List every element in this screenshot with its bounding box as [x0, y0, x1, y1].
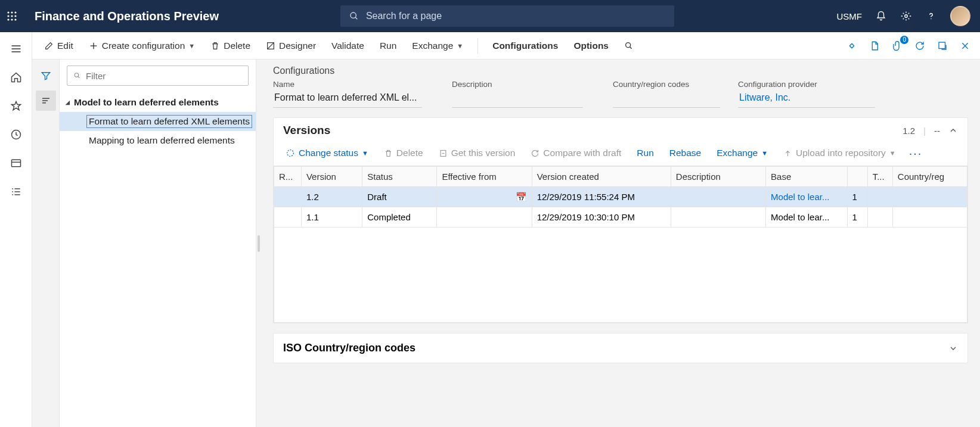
star-icon[interactable]	[8, 98, 24, 114]
cell[interactable]	[671, 187, 765, 207]
tree-item-label: Mapping to learn deferred elements	[87, 135, 237, 147]
change-status-button[interactable]: Change status ▼	[283, 145, 371, 161]
refresh-icon[interactable]	[913, 39, 926, 52]
run-button[interactable]: Run	[374, 37, 402, 55]
cell[interactable]: Draft	[362, 187, 437, 207]
cell[interactable]: 1	[847, 207, 867, 227]
app-launcher-icon[interactable]	[6, 10, 18, 22]
validate-button[interactable]: Validate	[325, 37, 370, 55]
popout-icon[interactable]	[936, 39, 949, 52]
chevron-up-icon[interactable]	[948, 126, 958, 135]
cell-effective[interactable]	[437, 207, 532, 227]
upload-repo-button[interactable]: Upload into repository ▼	[781, 145, 898, 161]
table-row[interactable]: 1.1Completed12/29/2019 10:30:10 PMModel …	[274, 207, 967, 227]
designer-button[interactable]: Designer	[260, 37, 322, 55]
edit-label: Edit	[57, 40, 73, 51]
help-icon[interactable]	[925, 10, 937, 22]
options-tab[interactable]: Options	[567, 37, 615, 55]
column-header[interactable]: T...	[867, 167, 892, 187]
description-value[interactable]	[452, 90, 583, 108]
tree-filter-input[interactable]	[86, 71, 242, 81]
country-value[interactable]	[613, 90, 720, 108]
funnel-icon[interactable]	[36, 66, 56, 86]
global-search-input[interactable]	[366, 11, 666, 21]
recent-icon[interactable]	[8, 126, 24, 143]
bell-icon[interactable]	[875, 10, 887, 22]
attachments-button[interactable]	[891, 39, 904, 52]
rebase-button[interactable]: Rebase	[667, 145, 703, 161]
cell-base[interactable]: Model to lear...	[766, 187, 848, 207]
action-search-button[interactable]	[618, 38, 640, 54]
action-bar: Edit Create configuration ▼ Delete Desig…	[32, 32, 980, 60]
list-toggle-icon[interactable]	[36, 91, 56, 111]
app-title: Finance and Operations Preview	[25, 10, 219, 23]
tree-root[interactable]: ◢ Model to learn deferred elements	[60, 93, 256, 112]
configurations-tab[interactable]: Configurations	[486, 37, 564, 55]
delete-button[interactable]: Delete	[204, 37, 256, 55]
cell-effective[interactable]: 📅	[437, 187, 532, 207]
gear-icon[interactable]	[900, 10, 912, 22]
cell[interactable]: 1	[847, 187, 867, 207]
versions-card: Versions 1.2 | -- Ch	[273, 117, 968, 323]
cell[interactable]	[892, 187, 967, 207]
column-header[interactable]: Version	[301, 167, 362, 187]
svg-point-7	[11, 18, 13, 20]
cell[interactable]	[867, 187, 892, 207]
cell[interactable]: 1.1	[301, 207, 362, 227]
splitter[interactable]	[256, 60, 261, 427]
column-header[interactable]: Description	[671, 167, 765, 187]
home-icon[interactable]	[8, 69, 24, 86]
field-country: Country/region codes	[613, 80, 708, 108]
column-header[interactable]: R...	[274, 167, 302, 187]
user-avatar[interactable]	[950, 6, 970, 26]
cell[interactable]	[274, 187, 302, 207]
company-code[interactable]: USMF	[837, 11, 863, 21]
create-configuration-button[interactable]: Create configuration ▼	[83, 37, 201, 55]
cell-base[interactable]: Model to lear...	[766, 207, 848, 227]
tree-filter[interactable]	[67, 66, 249, 86]
workspaces-icon[interactable]	[8, 155, 24, 172]
cell[interactable]: 12/29/2019 10:30:10 PM	[532, 207, 671, 227]
column-header[interactable]: Country/reg	[892, 167, 967, 187]
cell[interactable]: 1.2	[301, 187, 362, 207]
detail-pane: Configurations Name Format to learn defe…	[261, 60, 980, 427]
chevron-down-icon: ▼	[889, 149, 896, 157]
edit-button[interactable]: Edit	[38, 37, 79, 55]
cell[interactable]	[892, 207, 967, 227]
name-value[interactable]: Format to learn deferred XML el...	[273, 90, 422, 108]
tree-pane: ◢ Model to learn deferred elements Forma…	[60, 60, 256, 427]
svg-point-38	[287, 150, 294, 157]
close-icon[interactable]	[959, 39, 972, 52]
tree-item[interactable]: Mapping to learn deferred elements	[60, 131, 256, 150]
version-exchange-button[interactable]: Exchange ▼	[714, 145, 770, 161]
version-delete-button[interactable]: Delete	[382, 145, 426, 161]
column-header[interactable]	[847, 167, 867, 187]
svg-line-37	[78, 76, 79, 77]
compare-button[interactable]: Compare with draft	[528, 145, 624, 161]
cell[interactable]	[274, 207, 302, 227]
modules-icon[interactable]	[8, 183, 24, 200]
cell[interactable]: 12/29/2019 11:55:24 PM	[532, 187, 671, 207]
cell[interactable]	[671, 207, 765, 227]
provider-link[interactable]: Litware, Inc.	[738, 90, 875, 108]
column-header[interactable]: Base	[766, 167, 848, 187]
chevron-down-icon[interactable]	[948, 344, 958, 353]
related-icon[interactable]	[845, 39, 858, 52]
version-run-button[interactable]: Run	[634, 145, 656, 161]
column-header[interactable]: Effective from	[437, 167, 532, 187]
cell[interactable]	[867, 207, 892, 227]
hamburger-icon[interactable]	[8, 40, 24, 57]
svg-rect-30	[939, 42, 945, 49]
global-search[interactable]	[340, 5, 674, 27]
tree-item[interactable]: Format to learn deferred XML elements	[60, 112, 256, 131]
get-version-button[interactable]: Get this version	[436, 145, 518, 161]
exchange-button[interactable]: Exchange ▼	[406, 37, 469, 55]
table-row[interactable]: 1.2Draft📅12/29/2019 11:55:24 PMModel to …	[274, 187, 967, 207]
more-icon[interactable]: ···	[909, 147, 923, 160]
column-header[interactable]: Status	[362, 167, 437, 187]
cell[interactable]: Completed	[362, 207, 437, 227]
page-icon[interactable]	[868, 39, 881, 52]
top-bar: Finance and Operations Preview USMF	[0, 0, 980, 32]
column-header[interactable]: Version created	[532, 167, 671, 187]
chevron-down-icon: ▼	[188, 42, 195, 49]
